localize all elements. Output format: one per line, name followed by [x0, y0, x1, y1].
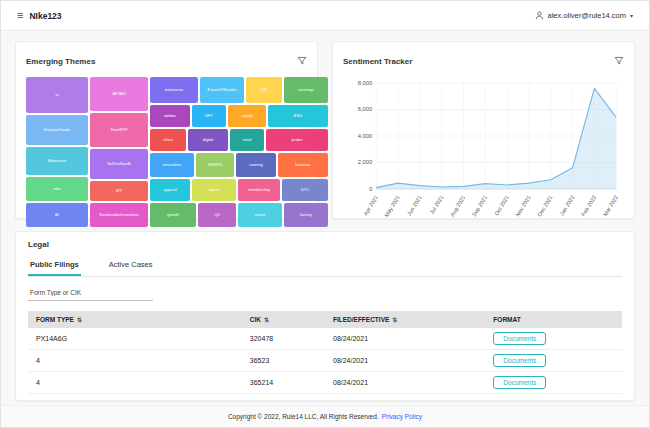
- col-format: FORMAT: [485, 311, 622, 328]
- table-header-row: FORM TYPE⇅ CIK⇅ FILED/EFFECTIVE⇅ FORMAT: [28, 311, 622, 328]
- treemap-tile[interactable]: metaverse: [150, 77, 198, 103]
- svg-text:Jan 2022: Jan 2022: [559, 195, 576, 217]
- svg-text:4,000: 4,000: [358, 133, 373, 139]
- treemap-tile[interactable]: membership: [238, 179, 280, 201]
- treemap-tile[interactable]: ai: [26, 77, 88, 113]
- col-cik[interactable]: CIK⇅: [242, 311, 325, 328]
- treemap-tile[interactable]: AI: [26, 203, 88, 227]
- cell-form_type: 4: [28, 350, 242, 372]
- cell-form_type: 4: [28, 372, 242, 394]
- sort-icon[interactable]: ⇅: [392, 317, 397, 323]
- cell-filed: 08/24/2021: [325, 328, 485, 350]
- legal-panel: Legal Public Filings Active Cases FORM T…: [15, 231, 635, 401]
- cell-cik: 36523: [242, 350, 325, 372]
- tab-active-cases[interactable]: Active Cases: [107, 256, 155, 276]
- treemap-tile[interactable]: MT: [90, 181, 148, 201]
- treemap-tile[interactable]: innovation: [150, 153, 194, 177]
- table-row: 43652308/24/2021Documents: [28, 350, 622, 372]
- treemap-tile[interactable]: earnings: [284, 77, 328, 103]
- treemap-tile[interactable]: SneakerGoods: [26, 115, 88, 145]
- form-cik-search-input[interactable]: [28, 285, 153, 301]
- svg-text:Dec 2021: Dec 2021: [536, 195, 553, 218]
- main-content: Emerging Themes aiSneakerGoodsMetaversen…: [1, 31, 649, 405]
- cell-format: Documents: [485, 350, 622, 372]
- cell-cik: 365214: [242, 372, 325, 394]
- sentiment-tracker-header: Sentiment Tracker: [343, 50, 624, 72]
- documents-button[interactable]: Documents: [493, 376, 546, 389]
- treemap-tile[interactable]: Metaverse: [26, 147, 88, 175]
- menu-icon[interactable]: ≡: [17, 10, 23, 21]
- treemap-tile[interactable]: supply: [228, 105, 266, 127]
- svg-text:Feb 2022: Feb 2022: [580, 195, 597, 218]
- treemap-tile[interactable]: D&I: [246, 77, 282, 103]
- table-row: PX14A6G32047808/24/2021Documents: [28, 328, 622, 350]
- treemap-tile[interactable]: apparel: [150, 179, 190, 201]
- svg-text:6,000: 6,000: [358, 107, 373, 113]
- sort-icon[interactable]: ⇅: [77, 317, 82, 323]
- treemap-tile[interactable]: adidas: [150, 105, 190, 127]
- treemap-tile[interactable]: china: [150, 129, 186, 151]
- cell-filed: 08/24/2021: [325, 372, 485, 394]
- treemap-tile[interactable]: DTC: [282, 179, 328, 201]
- emerging-themes-panel: Emerging Themes aiSneakerGoodsMetaversen…: [15, 41, 318, 219]
- treemap-tile[interactable]: nike: [26, 177, 88, 201]
- col-form-type[interactable]: FORM TYPE⇅: [28, 311, 242, 328]
- svg-text:Sep 2021: Sep 2021: [471, 195, 488, 218]
- filter-icon[interactable]: [297, 56, 307, 66]
- treemap-tile[interactable]: AFTAN: [90, 77, 148, 111]
- svg-text:Jun 2021: Jun 2021: [406, 195, 423, 217]
- treemap-tile[interactable]: SustainableInnovation: [90, 203, 148, 227]
- svg-text:Mar 2022: Mar 2022: [602, 195, 619, 218]
- svg-text:Oct 2021: Oct 2021: [493, 195, 510, 217]
- treemap-tile[interactable]: digital: [188, 129, 228, 151]
- svg-text:Jul 2021: Jul 2021: [429, 195, 445, 216]
- privacy-policy-link[interactable]: Privacy Policy: [382, 413, 422, 420]
- cell-filed: 08/24/2021: [325, 350, 485, 372]
- sort-icon[interactable]: ⇅: [264, 317, 269, 323]
- treemap-tile[interactable]: NoRunNowB: [90, 149, 148, 179]
- cell-format: Documents: [485, 328, 622, 350]
- treemap-tile[interactable]: SNKRS: [196, 153, 234, 177]
- filings-table-body: PX14A6G32047808/24/2021Documents43652308…: [28, 328, 622, 394]
- svg-text:May 2021: May 2021: [383, 195, 400, 219]
- dashboard: ≡ NIke123 alex.oliver@rule14.com ▾ Emerg…: [0, 0, 650, 428]
- treemap-tile[interactable]: resale: [238, 203, 282, 227]
- tab-public-filings[interactable]: Public Filings: [28, 256, 81, 276]
- brand-title: NIke123: [29, 11, 61, 21]
- account-email: alex.oliver@rule14.com: [548, 11, 626, 20]
- svg-text:2,000: 2,000: [358, 160, 373, 166]
- treemap-tile[interactable]: sports: [192, 179, 236, 201]
- col-filed-effective[interactable]: FILED/EFFECTIVE⇅: [325, 311, 485, 328]
- treemap-tile[interactable]: FutureOfSneaks: [200, 77, 244, 103]
- cell-form_type: PX14A6G: [28, 328, 242, 350]
- treemap-tile[interactable]: footwear: [278, 153, 328, 177]
- top-panels: Emerging Themes aiSneakerGoodsMetaversen…: [15, 41, 635, 219]
- sentiment-tracker-title: Sentiment Tracker: [343, 57, 412, 66]
- top-bar: ≡ NIke123 alex.oliver@rule14.com ▾: [1, 1, 649, 31]
- emerging-themes-title: Emerging Themes: [26, 57, 95, 66]
- documents-button[interactable]: Documents: [493, 354, 546, 367]
- filings-table: FORM TYPE⇅ CIK⇅ FILED/EFFECTIVE⇅ FORMAT …: [28, 311, 622, 394]
- svg-text:Apr 2021: Apr 2021: [362, 195, 379, 217]
- treemap-tile[interactable]: FootWTF: [90, 113, 148, 147]
- sentiment-tracker-panel: Sentiment Tracker 02,0004,0006,0008,000A…: [332, 41, 635, 219]
- legal-tabs: Public Filings Active Cases: [28, 256, 622, 277]
- emerging-themes-header: Emerging Themes: [26, 50, 307, 72]
- treemap-tile[interactable]: ESG: [268, 105, 328, 127]
- filter-icon[interactable]: [614, 56, 624, 66]
- cell-cik: 320478: [242, 328, 325, 350]
- treemap-tile[interactable]: Q4: [198, 203, 236, 227]
- account-menu[interactable]: alex.oliver@rule14.com ▾: [535, 11, 634, 20]
- treemap-tile[interactable]: jordan: [266, 129, 328, 151]
- documents-button[interactable]: Documents: [493, 332, 546, 345]
- sentiment-chart: 02,0004,0006,0008,000Apr 2021May 2021Jun…: [343, 77, 624, 227]
- treemap-tile[interactable]: factory: [284, 203, 328, 227]
- treemap-tile[interactable]: NFT: [192, 105, 226, 127]
- brand-area: ≡ NIke123: [17, 10, 62, 21]
- chevron-down-icon: ▾: [630, 12, 633, 19]
- footer: Copyright © 2022, Rule14 LLC, All Rights…: [1, 405, 649, 427]
- treemap-tile[interactable]: retail: [230, 129, 264, 151]
- svg-text:8,000: 8,000: [358, 80, 373, 86]
- treemap-tile[interactable]: growth: [150, 203, 196, 227]
- treemap-tile[interactable]: running: [236, 153, 276, 177]
